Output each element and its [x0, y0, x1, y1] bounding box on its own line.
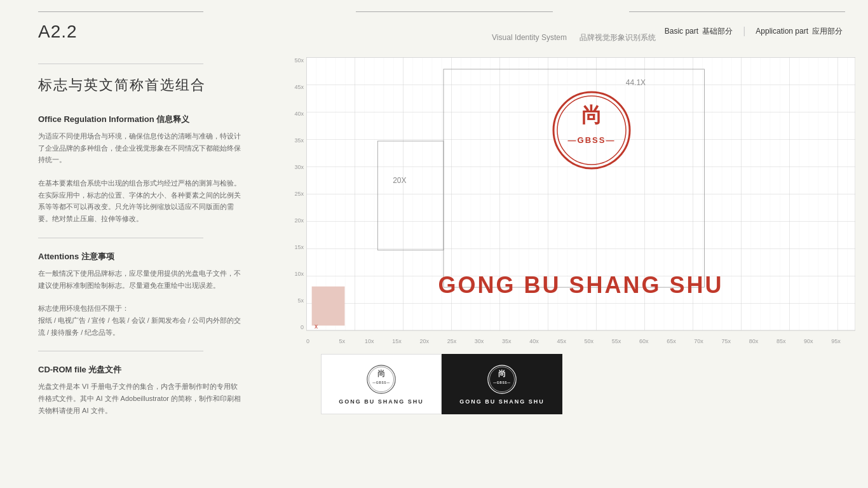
info-title-1: Office Regulation Information 信息释义 [38, 114, 241, 125]
x-label-40: 40x [520, 338, 548, 344]
basic-part-cn-label: 基础部分 [702, 26, 733, 37]
x-label-0: 0 [306, 338, 329, 344]
info-text-2b: 标志使用环境包括但不限于： [38, 302, 241, 315]
header-right-line [629, 11, 845, 12]
brand-logo-black: 尚 —GBSS— [487, 364, 517, 395]
x-label-55: 55x [602, 338, 630, 344]
y-label-50: 50x [286, 57, 306, 64]
app-part-label: Application part [756, 27, 808, 36]
x-label-45: 45x [548, 338, 575, 344]
page-code: A2.2 [38, 22, 280, 42]
info-block-1: Office Regulation Information 信息释义 为适应不同… [38, 114, 241, 225]
header-left-line [38, 11, 203, 12]
header-left: A2.2 [0, 9, 280, 42]
brand-name-white: GONG BU SHANG SHU [339, 398, 424, 405]
y-label-25: 25x [286, 191, 306, 197]
nav-right: Basic part 基础部分 | Application part 应用部分 [665, 25, 843, 37]
brand-logo-white: 尚 —GBSS— [366, 364, 397, 395]
header-center-line [356, 11, 553, 12]
x-label-95: 95x [822, 338, 850, 344]
main-content: 标志与英文简称首选组合 Office Regulation Informatio… [0, 51, 868, 488]
y-label-40: 40x [286, 111, 306, 117]
basic-part-label: Basic part [665, 27, 698, 36]
x-label-70: 70x [685, 338, 712, 344]
info-text-2a: 在一般情况下使用品牌标志，应尽量使用提供的光盘电子文件，不建议使用标准制图绘制标… [38, 268, 241, 291]
x-label-85: 85x [768, 338, 795, 344]
y-label-30: 30x [286, 164, 306, 170]
svg-text:尚: 尚 [581, 104, 602, 126]
x-label-15: 15x [383, 338, 410, 344]
info-text-2c: 报纸 / 电视广告 / 宣传 / 包装 / 会议 / 新闻发布会 / 公司内外部… [38, 315, 241, 338]
svg-text:x: x [315, 323, 318, 330]
info-block-3: CD-ROM file 光盘文件 光盘文件是本 VI 手册电子文件的集合，内含手… [38, 364, 241, 416]
svg-text:44.1X: 44.1X [626, 78, 646, 87]
svg-text:—GBSS—: —GBSS— [568, 135, 616, 145]
x-label-75: 75x [712, 338, 740, 344]
x-label-30: 30x [465, 338, 492, 344]
x-label-20: 20x [410, 338, 438, 344]
info-text-1a: 为适应不同使用场合与环境，确保信息传达的清晰与准确，特设计了企业品牌的多种组合，… [38, 130, 241, 166]
chart-area: 0 5x 10x 15x 20x 25x 30x 35x 40x 45x 50x [286, 57, 855, 337]
y-label-20: 20x [286, 217, 306, 224]
x-label-35: 35x [493, 338, 520, 344]
svg-text:—GBSS—: —GBSS— [493, 381, 511, 384]
svg-text:尚: 尚 [377, 369, 385, 378]
vi-system-label: Visual Identity System [492, 33, 567, 42]
y-label-0: 0 [286, 324, 306, 330]
right-panel: 0 5x 10x 15x 20x 25x 30x 35x 40x 45x 50x [280, 51, 868, 488]
brand-black-box: 尚 —GBSS— GONG BU SHANG SHU [442, 354, 562, 414]
big-brand-name: GONG BU SHANG SHU [306, 272, 855, 299]
divider-2 [38, 351, 203, 351]
y-label-15: 15x [286, 244, 306, 250]
x-label-5: 5x [329, 338, 356, 344]
x-axis: 0 5x 10x 15x 20x 25x 30x 35x 40x 45x 50x… [306, 337, 855, 344]
info-text-1b: 在基本要素组合系统中出现的组合形式均经过严格的测算与检验。在实际应用中，标志的位… [38, 177, 241, 225]
info-text-3: 光盘文件是本 VI 手册电子文件的集合，内含手册制作时的专用软件格式文件。其中 … [38, 381, 241, 416]
x-label-65: 65x [658, 338, 685, 344]
brand-display-row: 尚 —GBSS— GONG BU SHANG SHU 尚 —GBSS— GONG… [321, 354, 855, 414]
svg-text:20X: 20X [393, 176, 406, 185]
y-label-5: 5x [286, 297, 306, 304]
svg-text:—GBSS—: —GBSS— [372, 381, 390, 384]
brand-name-black: GONG BU SHANG SHU [459, 398, 545, 405]
info-block-2: Attentions 注意事项 在一般情况下使用品牌标志，应尽量使用提供的光盘电… [38, 251, 241, 338]
header: A2.2 Visual Identity System 品牌视觉形象识别系统 B… [0, 0, 868, 51]
y-label-10: 10x [286, 271, 306, 277]
chart-grid-container: 44.1X 20X x 尚 —GBS [306, 57, 855, 337]
info-title-3: CD-ROM file 光盘文件 [38, 364, 241, 376]
large-gbss-logo: 尚 —GBSS— [550, 89, 633, 172]
left-panel: 标志与英文简称首选组合 Office Regulation Informatio… [0, 51, 280, 488]
y-label-35: 35x [286, 137, 306, 144]
svg-text:尚: 尚 [498, 369, 506, 378]
section-line-top [38, 64, 203, 64]
x-label-10: 10x [356, 338, 383, 344]
y-axis: 0 5x 10x 15x 20x 25x 30x 35x 40x 45x 50x [286, 57, 306, 337]
x-label-80: 80x [740, 338, 767, 344]
info-title-2: Attentions 注意事项 [38, 251, 241, 262]
app-part-cn-label: 应用部分 [812, 26, 843, 37]
x-label-50: 50x [575, 338, 602, 344]
large-logo-container: 尚 —GBSS— [550, 89, 633, 174]
x-label-90: 90x [795, 338, 822, 344]
divider-1 [38, 238, 203, 238]
x-label-60: 60x [630, 338, 658, 344]
brand-white-box: 尚 —GBSS— GONG BU SHANG SHU [321, 354, 442, 414]
section-title: 标志与英文简称首选组合 [38, 76, 241, 95]
x-label-25: 25x [438, 338, 465, 344]
y-label-45: 45x [286, 84, 306, 90]
vi-system-cn-label: 品牌视觉形象识别系统 [580, 32, 656, 43]
